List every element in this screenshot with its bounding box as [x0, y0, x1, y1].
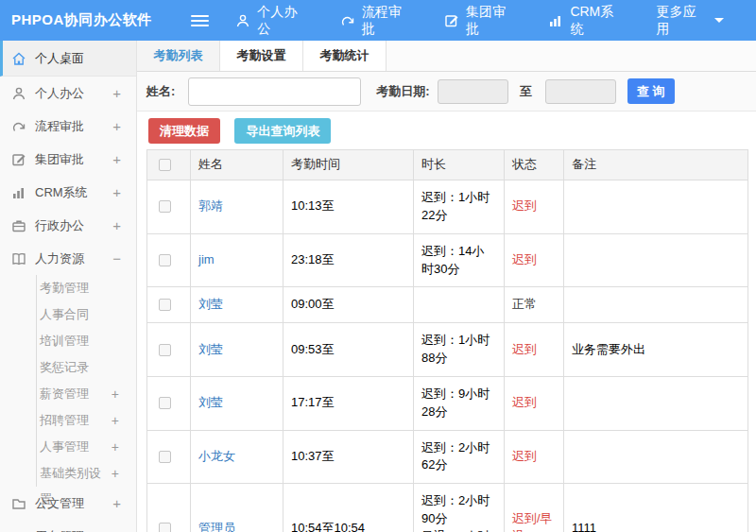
- tab-attendance-settings[interactable]: 考勤设置: [220, 41, 303, 71]
- tab-attendance-list[interactable]: 考勤列表: [137, 41, 220, 71]
- sidebar-subitem-hr-contract[interactable]: 人事合同: [37, 301, 136, 328]
- employee-name-link[interactable]: 郭靖: [198, 198, 223, 213]
- nav-group-approval[interactable]: 集团审批: [444, 4, 516, 38]
- expand-icon[interactable]: +: [112, 487, 121, 520]
- status-badge: 迟到: [512, 252, 537, 266]
- employee-name-link[interactable]: jim: [198, 252, 215, 266]
- filter-bar: 姓名: 考勤日期: 至 查 询: [137, 72, 756, 112]
- table-row: 刘莹 09:00至 正常: [147, 287, 748, 323]
- remark: [564, 180, 748, 234]
- sidebar-subitem-reward-punish[interactable]: 奖惩记录: [37, 354, 136, 381]
- sidebar-subitem-salary-mgmt[interactable]: 薪资管理 +: [37, 381, 136, 407]
- date-range-to-label: 至: [520, 83, 532, 100]
- date-from-input[interactable]: [438, 79, 508, 104]
- nav-label: 集团审批: [466, 4, 516, 38]
- date-to-input[interactable]: [545, 79, 616, 104]
- employee-name-link[interactable]: 小龙女: [198, 449, 235, 463]
- row-checkbox[interactable]: [159, 523, 171, 532]
- col-header-duration: 时长: [414, 150, 505, 180]
- expand-icon[interactable]: +: [112, 381, 119, 407]
- name-filter-input[interactable]: [188, 77, 361, 106]
- attendance-time: 10:54至10:54: [284, 484, 414, 532]
- attendance-time: 09:53至: [284, 323, 414, 377]
- row-checkbox[interactable]: [159, 299, 171, 311]
- table-row: jim 23:18至 迟到：14小时30分 迟到: [147, 233, 748, 287]
- attendance-time: 10:37至: [284, 430, 414, 484]
- sidebar-item-personal-desktop[interactable]: 个人桌面: [0, 41, 136, 77]
- remark: [564, 376, 748, 430]
- nav-more-apps[interactable]: 更多应用: [656, 4, 724, 38]
- expand-icon[interactable]: +: [112, 110, 121, 143]
- sidebar-item-group-approval[interactable]: 集团审批 +: [0, 143, 136, 176]
- expand-icon[interactable]: +: [112, 209, 121, 242]
- remark: [564, 233, 748, 287]
- duration-line: 迟到：14小时30分: [421, 243, 496, 279]
- employee-name-link[interactable]: 管理员: [198, 521, 235, 532]
- tab-bar: 考勤列表 考勤设置 考勤统计: [137, 41, 756, 72]
- table-row: 郭靖 10:13至 迟到：1小时22分 迟到: [147, 180, 748, 234]
- clean-data-button[interactable]: 清理数据: [148, 118, 220, 144]
- expand-icon[interactable]: +: [112, 434, 119, 460]
- col-header-name: 姓名: [191, 150, 284, 180]
- row-checkbox[interactable]: [159, 254, 171, 266]
- row-checkbox[interactable]: [159, 397, 171, 409]
- row-checkbox[interactable]: [159, 344, 171, 356]
- sidebar-item-label: 行政办公: [35, 209, 112, 242]
- sidebar-item-workflow-approval[interactable]: 流程审批 +: [0, 110, 136, 143]
- sidebar-item-label: 个人办公: [35, 77, 112, 110]
- bar-chart-icon: [548, 13, 563, 28]
- employee-name-link[interactable]: 刘莹: [198, 395, 223, 409]
- nav-workflow-approval[interactable]: 流程审批: [340, 4, 412, 38]
- top-header: PHPOA协同办公软件 个人办公 流程审批 集团审批 CRM系统 更多应用: [0, 0, 756, 41]
- nav-personal-office[interactable]: 个人办公: [235, 4, 307, 38]
- sidebar-subitem-base-category[interactable]: 基础类别设置 +: [37, 460, 136, 487]
- attendance-time: 10:13至: [284, 180, 414, 234]
- car-icon: [11, 529, 26, 532]
- status-badge: 迟到: [512, 395, 537, 409]
- col-header-time: 考勤时间: [284, 150, 414, 180]
- date-filter-label: 考勤日期:: [376, 83, 429, 100]
- search-button[interactable]: 查 询: [627, 78, 675, 104]
- select-all-checkbox[interactable]: [159, 159, 171, 171]
- status-badge: 迟到: [512, 449, 537, 463]
- sidebar-item-personal-office[interactable]: 个人办公 +: [0, 77, 136, 110]
- sidebar-subitem-attendance-mgmt[interactable]: 考勤管理: [37, 275, 136, 301]
- sidebar-item-label: 公文管理: [35, 487, 112, 520]
- table-row: 小龙女 10:37至 迟到：2小时62分 迟到: [147, 430, 748, 484]
- expand-icon[interactable]: +: [112, 77, 121, 110]
- export-list-button[interactable]: 导出查询列表: [234, 118, 331, 144]
- remark: [564, 287, 748, 323]
- sidebar-item-admin-office[interactable]: 行政办公 +: [0, 209, 136, 242]
- remark: [564, 430, 748, 484]
- nav-label: 流程审批: [362, 4, 412, 38]
- col-header-remark: 备注: [564, 150, 748, 180]
- nav-label: 更多应用: [656, 4, 707, 38]
- nav-crm-system[interactable]: CRM系统: [548, 4, 624, 38]
- attendance-panel: 清理数据 导出查询列表 姓名 考勤时间 时长 状态 备注: [137, 112, 756, 532]
- collapse-icon[interactable]: −: [112, 242, 121, 275]
- sidebar-item-document-mgmt[interactable]: 公文管理 +: [0, 487, 136, 520]
- sidebar-item-vehicle-mgmt[interactable]: 用车管理 +: [0, 520, 136, 532]
- sidebar-subitem-training-mgmt[interactable]: 培训管理: [37, 328, 136, 354]
- sidebar-subitem-personnel-mgmt[interactable]: 人事管理 +: [37, 434, 136, 460]
- sidebar-item-label: 人力资源: [35, 242, 112, 275]
- duration-line: 早退：7小时10分: [421, 528, 496, 532]
- status-badge: 迟到: [512, 342, 537, 356]
- hamburger-menu-icon[interactable]: [191, 12, 210, 29]
- edit-icon: [444, 13, 459, 28]
- row-checkbox[interactable]: [159, 200, 171, 213]
- expand-icon[interactable]: +: [112, 460, 119, 487]
- expand-icon[interactable]: +: [112, 520, 121, 532]
- expand-icon[interactable]: +: [112, 176, 121, 209]
- sidebar-subitem-recruit-mgmt[interactable]: 招聘管理 +: [37, 407, 136, 434]
- row-checkbox[interactable]: [159, 451, 171, 463]
- flow-arrow-icon: [11, 119, 26, 134]
- employee-name-link[interactable]: 刘莹: [198, 297, 223, 311]
- sidebar-item-human-resources[interactable]: 人力资源 −: [0, 242, 136, 275]
- expand-icon[interactable]: +: [112, 143, 121, 176]
- tab-attendance-stats[interactable]: 考勤统计: [303, 41, 387, 71]
- expand-icon[interactable]: +: [112, 407, 119, 434]
- remark: 业务需要外出: [564, 323, 748, 377]
- employee-name-link[interactable]: 刘莹: [198, 342, 223, 356]
- sidebar-item-crm-system[interactable]: CRM系统 +: [0, 176, 136, 209]
